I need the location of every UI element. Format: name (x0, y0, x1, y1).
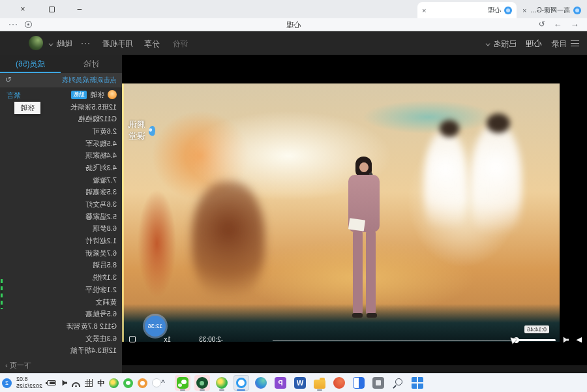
member-name: 4.3刘飞扬 (85, 163, 117, 173)
tray-icon[interactable] (138, 378, 147, 388)
refresh-members-link[interactable]: 点击刷新成员列表 (62, 76, 117, 85)
member-row[interactable]: 8.5吕璐 (0, 260, 122, 272)
member-row[interactable]: 12班3.4胡子航 (0, 344, 122, 357)
video-frame: 腾讯课堂 (122, 83, 560, 342)
minimize-button[interactable]: – (67, 0, 93, 18)
refresh-row: 点击刷新成员列表 ↻ (0, 73, 122, 87)
member-row[interactable]: 5.2温家馨 (0, 211, 122, 223)
video-player[interactable]: 腾讯课堂 12:36 0:14:46 ▶ -2:00:33 1x (122, 55, 587, 365)
volume-icon[interactable] (562, 337, 569, 343)
member-name: 4.4杨家琪 (85, 151, 117, 160)
member-row[interactable]: 2.1张悦平 (0, 284, 122, 296)
member-row[interactable]: 7.7璇璇 (0, 174, 122, 187)
member-name: 5.2温家馨 (85, 212, 117, 222)
extension-icon[interactable] (25, 21, 32, 28)
member-row[interactable]: 1.2赵诗竹 (0, 235, 122, 247)
taskbar-app-button[interactable]: W (292, 375, 308, 391)
background-shadow (192, 181, 265, 302)
tray-icon[interactable] (109, 378, 119, 388)
member-row[interactable]: 黄莉文 (0, 296, 122, 309)
tray-icon[interactable] (72, 380, 80, 387)
tab-discussion[interactable]: 讨论 (61, 55, 123, 73)
tray-icon[interactable] (85, 379, 93, 387)
sidebar-scrollbar[interactable] (1, 279, 3, 309)
taskbar-app-button[interactable] (233, 375, 249, 391)
tray-glyph-icon (72, 382, 80, 387)
course-title: 心理 (526, 38, 541, 50)
browser-tab-active[interactable]: 心理 × (417, 2, 517, 18)
tray-icon[interactable] (152, 378, 161, 387)
member-row[interactable]: G112 8.7黄智涛 (0, 320, 122, 333)
taskbar-app-button[interactable] (175, 375, 190, 391)
taskbar-app-button[interactable] (312, 375, 327, 391)
tray-icon[interactable]: 中 (97, 378, 104, 388)
member-row[interactable]: 3.5张嘉璐 (0, 187, 122, 199)
watch-on-phone-button[interactable]: 用手机看 (102, 38, 133, 50)
next-page-button[interactable]: 下一页 › (5, 361, 31, 370)
app-icon (236, 378, 247, 388)
header-more-button[interactable]: ··· (80, 38, 90, 48)
rate-button[interactable]: 评价 (172, 38, 188, 50)
app-icon (372, 377, 384, 389)
progress-track[interactable] (273, 340, 513, 341)
taskbar-app-button[interactable] (194, 375, 210, 391)
notification-badge[interactable]: 2 (2, 378, 12, 388)
fullscreen-icon[interactable] (129, 336, 136, 342)
refresh-icon[interactable]: ↻ (5, 75, 12, 84)
member-row[interactable]: 4.5魏乐军 (0, 138, 122, 150)
browser-tab-course[interactable]: 高一网课-G112-学习 × (518, 2, 586, 18)
member-row[interactable]: G112魏艳艳 (0, 113, 122, 125)
catalog-button[interactable]: 目录 (551, 38, 567, 50)
member-name: 3.5张嘉璐 (85, 187, 117, 197)
username-dropdown[interactable]: 呦呦 (50, 38, 72, 50)
member-row[interactable]: 4.3刘飞扬 (0, 162, 122, 174)
taskbar-app-button[interactable] (370, 375, 386, 391)
progress-played[interactable] (517, 339, 556, 341)
clock-time: 8:02 (16, 376, 28, 382)
taskbar-app-button[interactable] (214, 375, 230, 391)
taskbar-app-button[interactable] (351, 375, 367, 391)
tray-icon[interactable] (123, 378, 133, 388)
member-name: G112魏艳艳 (78, 114, 117, 124)
close-button[interactable]: × (10, 0, 36, 18)
member-row[interactable]: 6.8梦琪 (0, 223, 122, 235)
enrolled-dropdown[interactable]: 已报名 (487, 38, 517, 50)
playback-speed-button[interactable]: 1x (164, 336, 171, 343)
restore-button[interactable] (39, 0, 65, 18)
member-name: 3.6马文灯 (85, 200, 117, 209)
mute-member-link[interactable]: 禁言 (7, 91, 21, 100)
tray-icon[interactable] (47, 380, 56, 385)
browser-menu-button[interactable]: ··· (8, 20, 18, 29)
member-row[interactable]: 6.5号航嘉 (0, 308, 122, 320)
member-row[interactable]: 3.1刘悦 (0, 271, 122, 284)
play-button[interactable]: ▶ (577, 335, 582, 344)
taskbar-app-button[interactable] (410, 375, 425, 391)
taskbar-clock[interactable]: 8:02 2022/2/25 (16, 376, 42, 391)
member-name: 6.7吴紫妍 (85, 249, 117, 258)
tab-members[interactable]: 成员(56) (0, 55, 61, 73)
member-name: 3.1刘悦 (93, 273, 117, 282)
menu-icon[interactable] (571, 40, 579, 46)
member-row[interactable]: 6.3庄景文 (0, 333, 122, 345)
tray-icon[interactable] (61, 380, 67, 386)
taskbar-app-button[interactable] (331, 375, 347, 391)
tray-glyph-icon (152, 378, 161, 387)
share-button[interactable]: 分享 (144, 38, 160, 50)
taskbar-app-button[interactable]: P (273, 375, 288, 391)
taskbar-app-button[interactable] (253, 375, 269, 391)
member-row[interactable]: 3.6马文灯 (0, 198, 122, 211)
taskbar-app-button[interactable] (390, 375, 406, 391)
figure-head (440, 120, 459, 137)
app-icon (196, 377, 208, 389)
taskbar-apps: W P (155, 375, 425, 391)
member-row[interactable]: 2.6黄可 (0, 125, 122, 138)
tab-close-icon[interactable]: × (522, 7, 526, 14)
user-avatar[interactable] (29, 36, 43, 50)
member-row[interactable]: 4.4杨家琪 (0, 149, 122, 162)
chevron-down-icon (49, 42, 53, 46)
member-row[interactable]: 6.7吴紫妍 (0, 247, 122, 260)
app-header: 目录 心理 已报名 评价 分享 用手机看 ··· 呦呦 (0, 31, 587, 55)
taskbar: W P (0, 373, 587, 392)
watermark: 腾讯课堂 (122, 119, 155, 142)
tab-close-icon[interactable]: × (422, 7, 426, 14)
